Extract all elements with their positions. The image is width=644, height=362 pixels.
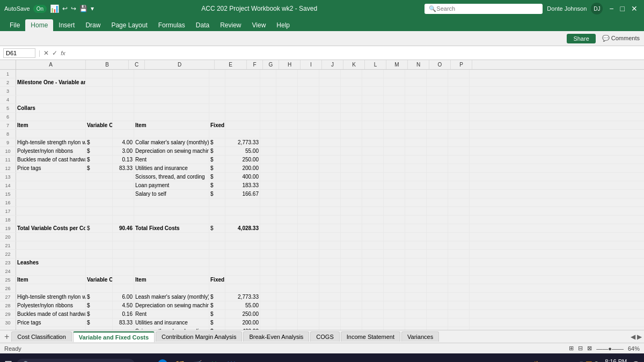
cell-J29[interactable]: [319, 310, 341, 318]
cell-I5[interactable]: [298, 104, 319, 112]
cell-B11[interactable]: $: [86, 156, 113, 164]
cell-C16[interactable]: [113, 198, 134, 206]
taskbar-excel[interactable]: X: [208, 358, 221, 362]
sheet-tab-break-even[interactable]: Break-Even Analysis: [243, 331, 309, 342]
cell-I16[interactable]: [298, 198, 319, 206]
cell-M20[interactable]: [384, 233, 405, 241]
tab-review[interactable]: Review: [215, 19, 246, 31]
cell-L5[interactable]: [362, 104, 384, 112]
minimize-button[interactable]: −: [607, 4, 616, 13]
cell-A18[interactable]: [16, 216, 86, 224]
cell-K3[interactable]: [341, 87, 362, 95]
cell-M25[interactable]: [384, 276, 405, 284]
cell-P6[interactable]: [448, 113, 470, 121]
cell-L13[interactable]: [362, 173, 384, 181]
cell-O6[interactable]: [427, 113, 448, 121]
cell-A22[interactable]: [16, 250, 86, 258]
cell-C21[interactable]: [113, 241, 134, 249]
cell-A30[interactable]: Price tags: [16, 319, 86, 327]
cell-F7[interactable]: [225, 121, 260, 129]
cell-H31[interactable]: [276, 327, 298, 330]
cell-P25[interactable]: [448, 276, 470, 284]
sheet-tab-variances[interactable]: Variances: [401, 331, 439, 342]
cell-G31[interactable]: [260, 327, 276, 330]
cell-H23[interactable]: [276, 258, 298, 267]
cell-O12[interactable]: [427, 164, 448, 172]
col-header-n[interactable]: N: [408, 60, 429, 69]
cell-M8[interactable]: [384, 130, 405, 138]
sheet-tab-cost-classification[interactable]: Cost Classification: [11, 331, 71, 342]
cell-B22[interactable]: [86, 250, 113, 258]
cell-N9[interactable]: [405, 138, 427, 146]
cell-D24[interactable]: [134, 267, 209, 275]
cell-N3[interactable]: [405, 87, 427, 95]
cell-H27[interactable]: [276, 293, 298, 301]
cell-E1[interactable]: [209, 70, 225, 78]
cell-L7[interactable]: [362, 121, 384, 129]
cell-F30[interactable]: 200.00: [225, 319, 260, 327]
cell-O19[interactable]: [427, 224, 448, 232]
cell-K30[interactable]: [341, 319, 362, 327]
cell-L22[interactable]: [362, 250, 384, 258]
cell-G1[interactable]: [260, 70, 276, 78]
cell-F14[interactable]: 183.33: [225, 181, 260, 189]
cell-G10[interactable]: [260, 147, 276, 155]
cell-D14[interactable]: Loan payment: [134, 181, 209, 189]
cell-J17[interactable]: [319, 207, 341, 215]
cell-F13[interactable]: 400.00: [225, 173, 260, 181]
cell-K10[interactable]: [341, 147, 362, 155]
cell-D6[interactable]: [134, 113, 209, 121]
cell-M12[interactable]: [384, 164, 405, 172]
cell-B12[interactable]: $: [86, 164, 113, 172]
cell-M6[interactable]: [384, 113, 405, 121]
cell-K25[interactable]: [341, 276, 362, 284]
cell-F15[interactable]: 166.67: [225, 190, 260, 198]
cell-C23[interactable]: [113, 258, 134, 267]
tab-help[interactable]: Help: [271, 19, 295, 31]
cell-H20[interactable]: [276, 233, 298, 241]
search-box[interactable]: 🔍: [425, 4, 543, 14]
cell-D27[interactable]: Leash maker's salary (monthly): [134, 293, 209, 301]
cell-G24[interactable]: [260, 267, 276, 275]
cell-P19[interactable]: [448, 224, 470, 232]
cell-B10[interactable]: $: [86, 147, 113, 155]
cell-O22[interactable]: [427, 250, 448, 258]
cell-E6[interactable]: [209, 113, 225, 121]
col-header-b[interactable]: B: [86, 60, 129, 69]
cell-D17[interactable]: [134, 207, 209, 215]
cell-A11[interactable]: Buckles made of cast hardware: [16, 156, 86, 164]
tab-formulas[interactable]: Formulas: [153, 19, 191, 31]
cell-I6[interactable]: [298, 113, 319, 121]
cell-B4[interactable]: [86, 95, 113, 104]
cell-N30[interactable]: [405, 319, 427, 327]
cell-M11[interactable]: [384, 156, 405, 164]
cell-F28[interactable]: 55.00: [225, 301, 260, 309]
cell-H7[interactable]: [276, 121, 298, 129]
cell-E16[interactable]: [209, 198, 225, 206]
cell-M5[interactable]: [384, 104, 405, 112]
tab-data[interactable]: Data: [191, 19, 215, 31]
cell-P17[interactable]: [448, 207, 470, 215]
cell-B8[interactable]: [86, 130, 113, 138]
cell-F17[interactable]: [225, 207, 260, 215]
cell-N25[interactable]: [405, 276, 427, 284]
cell-N23[interactable]: [405, 258, 427, 267]
cell-B18[interactable]: [86, 216, 113, 224]
cell-P26[interactable]: [448, 284, 470, 292]
taskbar-word[interactable]: W: [225, 358, 238, 362]
cell-F10[interactable]: 55.00: [225, 147, 260, 155]
cell-M1[interactable]: [384, 70, 405, 78]
cell-M22[interactable]: [384, 250, 405, 258]
cell-O21[interactable]: [427, 241, 448, 249]
cell-G20[interactable]: [260, 233, 276, 241]
cell-G13[interactable]: [260, 173, 276, 181]
cell-B23[interactable]: [86, 258, 113, 267]
cell-I27[interactable]: [298, 293, 319, 301]
cell-A5[interactable]: Collars: [16, 104, 86, 112]
cell-O11[interactable]: [427, 156, 448, 164]
cell-P1[interactable]: [448, 70, 470, 78]
cell-K8[interactable]: [341, 130, 362, 138]
cell-D8[interactable]: [134, 130, 209, 138]
cell-B24[interactable]: [86, 267, 113, 275]
cell-H28[interactable]: [276, 301, 298, 309]
